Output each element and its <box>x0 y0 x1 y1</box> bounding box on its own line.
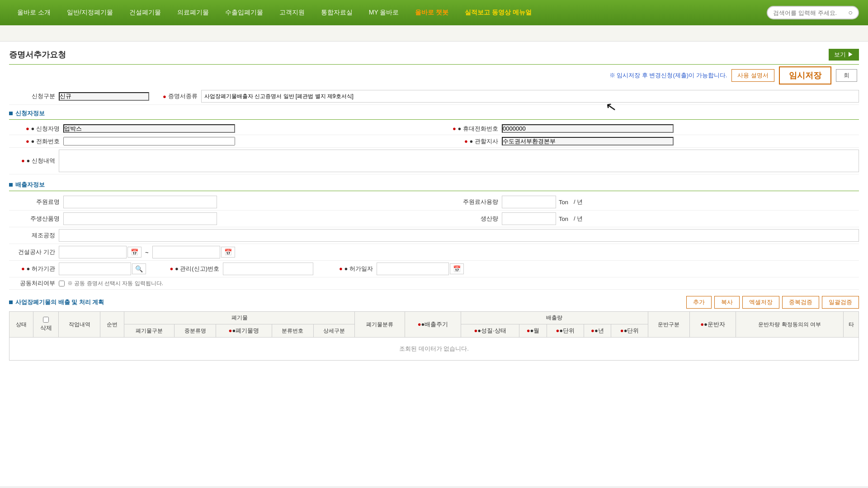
th-detail-category: 상세구분 <box>313 324 355 338</box>
th-transport-type: 운반구분 <box>648 312 689 338</box>
construction-from-input[interactable] <box>59 246 127 258</box>
jurisdiction-label: ● ● 관할지사 <box>443 137 502 145</box>
th-unit2: ●●단위 <box>611 324 648 338</box>
nav-chatbot[interactable]: 올바로 챗봇 <box>407 0 457 25</box>
permit-date-label: ● ● 허가일자 <box>331 265 377 273</box>
permit-date-input[interactable] <box>377 263 449 275</box>
phone-input[interactable] <box>63 137 235 145</box>
cancel-button[interactable]: 회 <box>836 69 857 82</box>
no-data-row: 조회된 데이터가 없습니다. <box>9 338 859 361</box>
main-material-input[interactable] <box>63 196 217 208</box>
waste-plan-section-header: 사업장폐기물의 배출 및 처리 계획 <box>9 298 104 306</box>
nav-export-waste[interactable]: 수출입폐기물 <box>217 0 271 25</box>
joint-checkbox[interactable] <box>59 281 65 286</box>
search-box[interactable]: ○ <box>767 6 859 19</box>
view-button[interactable]: 보기 ▶ <box>829 49 859 61</box>
page-title: 증명서추가요청 <box>9 49 66 60</box>
th-transporter: ●●운반자 <box>689 312 736 338</box>
action-buttons: 추가 복사 엑셀저장 중복검증 일괄검증 <box>686 296 859 309</box>
search-icon[interactable]: ○ <box>848 9 853 17</box>
production-per: / 년 <box>571 215 585 223</box>
th-delete-checkbox[interactable] <box>43 317 49 323</box>
nav-intro[interactable]: 올바로 소개 <box>9 0 59 25</box>
cert-type-label: 증명서종류 <box>168 92 201 100</box>
separator <box>9 64 859 65</box>
excel-save-button[interactable]: 엑셀저장 <box>742 296 779 309</box>
production-input[interactable] <box>502 212 556 225</box>
page-content: 증명서추가요청 보기 ▶ ※ 임시저장 후 변경신청(제출)이 가능합니다. 사… <box>0 42 868 486</box>
jurisdiction-input[interactable] <box>502 137 674 145</box>
construction-from-calendar[interactable]: 📅 <box>127 247 142 258</box>
nav-right-area: ○ <box>767 6 859 19</box>
content-textarea[interactable] <box>59 150 859 172</box>
process-row: 제조공정 <box>9 227 859 244</box>
main-material-label: 주원료명 <box>9 198 63 206</box>
content-label: ● ● 신청내역 <box>9 157 59 165</box>
permit-org-input[interactable] <box>59 263 131 275</box>
title-row: 증명서추가요청 보기 ▶ <box>9 49 859 61</box>
joint-label: 공동처리여부 <box>9 279 59 287</box>
copy-button[interactable]: 복사 <box>714 296 740 309</box>
process-input[interactable] <box>59 229 859 242</box>
th-waste-sub-category: 중분류명 <box>175 324 216 338</box>
application-type-row: 신청구분 ● 증명서종류 <box>9 88 859 105</box>
applicant-section-header: 신청자정보 <box>9 109 859 120</box>
add-button[interactable]: 추가 <box>686 296 712 309</box>
th-status: 상태 <box>9 312 33 338</box>
mobile-label: ● ● 휴대전화번호 <box>443 125 502 133</box>
name-half: ● ● 신청자명 <box>9 124 425 133</box>
mobile-input[interactable] <box>502 124 674 133</box>
th-extra: 타 <box>844 312 859 338</box>
th-delete: 삭제 <box>33 312 59 338</box>
cert-type-input[interactable] <box>201 90 859 103</box>
application-type-label: 신청구분 <box>9 92 59 100</box>
usage-guide-button[interactable]: 사용 설명서 <box>731 69 774 82</box>
byproduct-half: 주생산품명 <box>9 212 425 225</box>
permit-org-search[interactable]: 🔍 <box>132 263 146 274</box>
joint-row: 공동처리여부 ※ 공동 증명서 선택시 자동 입력됩니다. <box>9 277 859 290</box>
info-bar: ※ 임시저장 후 변경신청(제출)이 가능합니다. 사용 설명서 임시저장 회 <box>9 66 859 84</box>
nav-medical-waste[interactable]: 의료폐기물 <box>169 0 217 25</box>
th-classification-no: 분류번호 <box>272 324 313 338</box>
permit-date-calendar[interactable]: 📅 <box>450 263 464 274</box>
application-type-input[interactable] <box>59 92 149 101</box>
jurisdiction-half: ● ● 관할지사 <box>443 137 859 145</box>
th-unit: ●●단위 <box>547 324 584 338</box>
batch-check-button[interactable]: 일괄검증 <box>822 296 859 309</box>
nav-video-menu[interactable]: 실적보고 동영상 메뉴얼 <box>457 0 540 25</box>
applicant-section-title: 신청자정보 <box>15 109 45 117</box>
th-waste-category: 폐기물구분 <box>124 324 175 338</box>
nav-support[interactable]: 고객지원 <box>271 0 313 25</box>
info-note: ※ 임시저장 후 변경신청(제출)이 가능합니다. <box>609 71 727 80</box>
main-usage-half: 주원료사용량 Ton / 년 <box>443 196 859 208</box>
nav-general-waste[interactable]: 일반/지정폐기물 <box>59 0 121 25</box>
main-material-half: 주원료명 <box>9 196 425 208</box>
production-half: 생산량 Ton / 년 <box>443 212 859 225</box>
nav-data-room[interactable]: 통합자료실 <box>313 0 361 25</box>
phone-label: ● ● 전화번호 <box>9 137 63 145</box>
process-label: 제조공정 <box>9 231 59 239</box>
nav-my-olbaro[interactable]: MY 올바로 <box>361 0 407 25</box>
main-usage-input[interactable] <box>502 196 556 208</box>
waste-plan-actions: 사업장폐기물의 배출 및 처리 계획 추가 복사 엑셀저장 중복검증 일괄검증 <box>9 296 859 309</box>
name-input[interactable] <box>63 124 235 133</box>
th-discharge-group: 배출량 <box>461 312 648 324</box>
construction-period-row: 건설공사 기간 📅 ~ 📅 <box>9 244 859 261</box>
temp-save-button[interactable]: 임시저장 <box>779 66 831 84</box>
mobile-half: ● ● 휴대전화번호 <box>443 124 859 133</box>
waste-plan-title: 사업장폐기물의 배출 및 처리 계획 <box>15 298 104 306</box>
search-input[interactable] <box>773 9 845 16</box>
nav-construction-waste[interactable]: 건설폐기물 <box>121 0 169 25</box>
main-material-row: 주원료명 주원료사용량 Ton / 년 <box>9 194 859 211</box>
dup-check-button[interactable]: 중복검증 <box>782 296 819 309</box>
content-row: ● ● 신청내역 <box>9 148 859 174</box>
th-waste-type: 폐기물분류 <box>355 312 405 338</box>
byproduct-input[interactable] <box>63 212 217 225</box>
cert-type-required: ● <box>163 93 166 100</box>
construction-to-calendar[interactable]: 📅 <box>221 247 235 258</box>
mgmt-num-input[interactable] <box>223 263 313 275</box>
byproduct-label: 주생산품명 <box>9 215 63 223</box>
no-data-cell: 조회된 데이터가 없습니다. <box>9 338 859 361</box>
construction-to-input[interactable] <box>152 246 220 258</box>
th-month: ●●월 <box>519 324 547 338</box>
